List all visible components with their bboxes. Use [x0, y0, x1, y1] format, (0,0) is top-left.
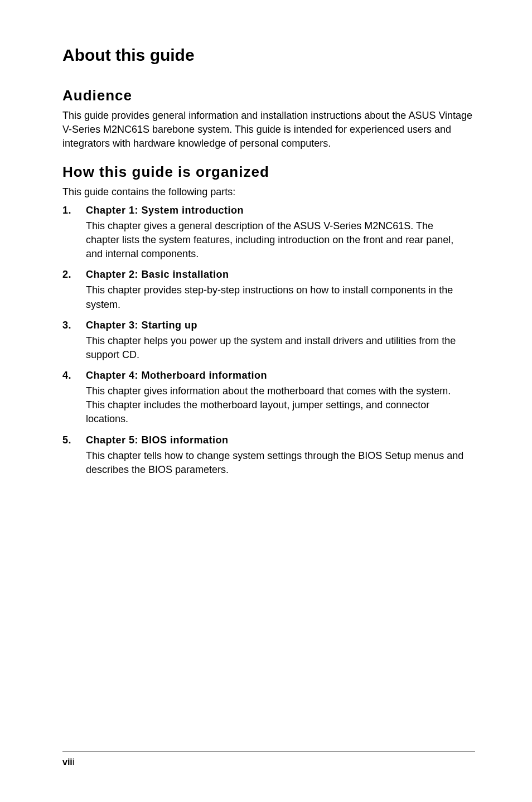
chapter-5: 5. Chapter 5: BIOS information This chap… — [62, 434, 475, 477]
chapter-title: Chapter 1: System introduction — [86, 205, 244, 216]
chapter-desc: This chapter helps you power up the syst… — [86, 334, 475, 362]
page-title: About this guide — [62, 46, 475, 65]
chapter-desc: This chapter gives a general description… — [86, 219, 475, 262]
chapter-desc: This chapter gives information about the… — [86, 384, 475, 427]
chapter-num: 3. — [62, 320, 86, 331]
chapter-num: 1. — [62, 205, 86, 216]
chapter-title: Chapter 4: Motherboard information — [86, 370, 267, 381]
chapter-title: Chapter 2: Basic installation — [86, 269, 229, 281]
chapter-num: 4. — [62, 370, 86, 381]
audience-heading: Audience — [62, 87, 475, 104]
chapter-3: 3. Chapter 3: Starting up This chapter h… — [62, 320, 475, 362]
chapter-num: 2. — [62, 269, 86, 281]
chapter-desc: This chapter tells how to change system … — [86, 449, 475, 477]
chapter-2: 2. Chapter 2: Basic installation This ch… — [62, 269, 475, 311]
page-footer: viii — [62, 751, 475, 767]
organized-heading: How this guide is organized — [62, 163, 475, 181]
chapter-num: 5. — [62, 434, 86, 446]
organized-intro: This guide contains the following parts: — [62, 185, 475, 199]
chapter-desc: This chapter provides step-by-step instr… — [86, 283, 475, 311]
chapter-title: Chapter 3: Starting up — [86, 320, 197, 331]
chapter-1: 1. Chapter 1: System introduction This c… — [62, 205, 475, 262]
audience-body: This guide provides general information … — [62, 109, 475, 151]
chapter-4: 4. Chapter 4: Motherboard information Th… — [62, 370, 475, 427]
chapter-title: Chapter 5: BIOS information — [86, 434, 229, 446]
page-number: viii — [62, 757, 74, 767]
